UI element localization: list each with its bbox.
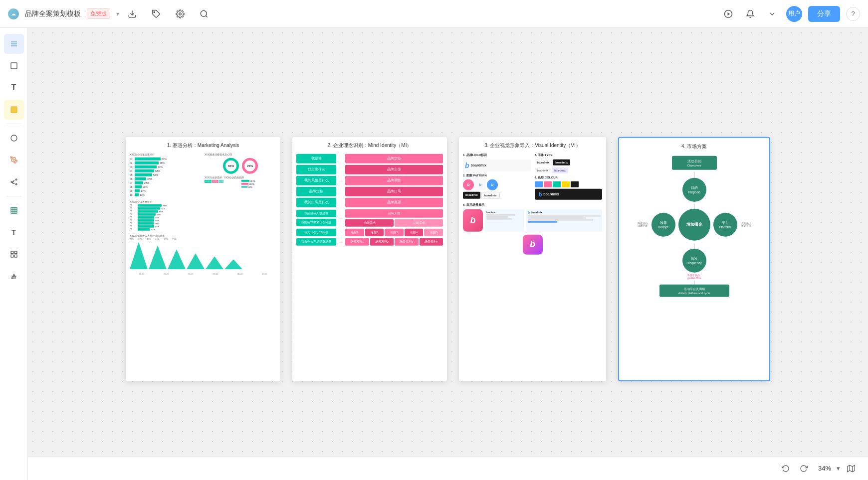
ms-exposure-label: 增加曝光 xyxy=(686,222,702,227)
svg-rect-15 xyxy=(11,207,17,213)
ms-bottom-label: 活动平台及周期 xyxy=(664,287,724,291)
add-shape-tool[interactable] xyxy=(4,266,24,286)
slide-1[interactable]: 1. 赛道分析：Marketing Analysis XXX行业流量因素排行 0… xyxy=(126,137,280,381)
table-tool[interactable] xyxy=(4,200,24,220)
ms-platform-sublabel: Platform xyxy=(719,225,731,228)
toolbar-left: ☁ 品牌全案策划模板 免费版 ▾ xyxy=(8,7,720,21)
slide-2-title: 2. 企业理念识别：Mind Identity（MI） xyxy=(292,137,447,152)
svg-rect-22 xyxy=(11,255,13,257)
text2-tool[interactable]: T xyxy=(4,222,24,242)
slide-3[interactable]: 3. 企业视觉形象导入：Visual Identity（VI） 1. 品牌LOG… xyxy=(459,137,606,381)
s1-rank-label: XXX行业流量因素排行 xyxy=(130,153,202,156)
chevron-down-icon[interactable] xyxy=(764,6,780,22)
svg-point-2 xyxy=(201,10,207,16)
text-tool[interactable]: T xyxy=(4,78,24,98)
svg-point-14 xyxy=(15,183,17,185)
sidebar-divider-1 xyxy=(6,124,21,124)
donut-2: 70% xyxy=(242,158,258,173)
user-avatar[interactable]: 用户 xyxy=(786,6,802,22)
download-icon[interactable] xyxy=(125,7,139,21)
zoom-dropdown-arrow[interactable]: ▾ xyxy=(837,465,840,472)
ms-objectives-label: 活动目的 xyxy=(678,159,711,163)
ms-right-label1: 及时推出整销节点 xyxy=(741,222,751,227)
sticky-note-tool[interactable] xyxy=(4,100,24,120)
ms-platform-label: 平台 xyxy=(722,220,729,225)
help-button[interactable]: ? xyxy=(846,7,860,21)
menu-tool[interactable] xyxy=(4,34,24,54)
ms-budget-label: 预算 xyxy=(660,220,667,225)
play-icon[interactable] xyxy=(720,6,736,22)
svg-rect-8 xyxy=(11,63,17,69)
tag-icon[interactable] xyxy=(149,7,163,21)
svg-marker-4 xyxy=(728,12,730,15)
slides-container: 1. 赛道分析：Marketing Analysis XXX行业流量因素排行 0… xyxy=(126,137,770,381)
slide-1-title: 1. 赛道分析：Marketing Analysis xyxy=(126,137,280,152)
connector-tool[interactable] xyxy=(4,172,24,192)
free-badge[interactable]: 免费版 xyxy=(87,8,110,19)
shape-tool[interactable] xyxy=(4,128,24,148)
map-icon[interactable] xyxy=(844,462,858,476)
slide-4-title: 4. 市场方案 xyxy=(619,138,769,153)
svg-point-0 xyxy=(154,11,155,12)
slide-4[interactable]: 4. 市场方案 活动目的 Objectives 目的 Purpose xyxy=(618,137,770,381)
ms-purpose-sublabel: Purpose xyxy=(688,190,700,193)
svg-rect-23 xyxy=(14,255,17,257)
bell-icon[interactable] xyxy=(742,6,758,22)
app-logo: ☁ xyxy=(8,8,19,19)
ms-frequency-sublabel: Frequency xyxy=(686,261,702,264)
ms-budget-sublabel: Budget xyxy=(658,225,668,228)
svg-point-11 xyxy=(13,159,14,160)
settings-icon[interactable] xyxy=(173,7,187,21)
redo-icon[interactable] xyxy=(797,462,811,476)
ms-bottom-sublabel: Activity platform and cycle xyxy=(664,291,724,294)
ms-objectives-sublabel: Objectives xyxy=(678,163,711,166)
svg-marker-26 xyxy=(848,465,855,472)
bottom-bar: 34% ▾ xyxy=(28,456,868,480)
title-dropdown[interactable]: ▾ xyxy=(116,10,119,17)
svg-point-10 xyxy=(11,135,17,141)
undo-icon[interactable] xyxy=(779,462,793,476)
ms-freq-note: 不低于竞品的40%-70% xyxy=(687,273,701,279)
sidebar-divider-2 xyxy=(6,196,21,196)
top-toolbar: ☁ 品牌全案策划模板 免费版 ▾ 用户 xyxy=(0,0,868,28)
svg-point-12 xyxy=(11,181,12,183)
svg-rect-9 xyxy=(11,107,17,113)
svg-point-13 xyxy=(15,179,17,180)
canvas-area[interactable]: 1. 赛道分析：Marketing Analysis XXX行业流量因素排行 0… xyxy=(28,28,868,480)
svg-point-1 xyxy=(179,12,182,15)
slide-3-title: 3. 企业视觉形象导入：Visual Identity（VI） xyxy=(459,137,606,152)
doc-title: 品牌全案策划模板 xyxy=(25,9,81,18)
search-icon[interactable] xyxy=(197,7,211,21)
ms-frequency-label: 频次 xyxy=(691,256,698,261)
left-sidebar: T T xyxy=(0,28,28,480)
toolbar-right: 用户 分享 ? xyxy=(720,6,860,22)
donut-1: 60% xyxy=(223,158,239,173)
ms-purpose-label: 目的 xyxy=(691,185,698,190)
frame-tool[interactable] xyxy=(4,56,24,76)
toolbar-icons xyxy=(125,7,211,21)
pen-tool[interactable] xyxy=(4,150,24,170)
svg-rect-21 xyxy=(14,251,17,254)
template-tool[interactable] xyxy=(4,244,24,264)
slide-2[interactable]: 2. 企业理念识别：Mind Identity（MI） 我是谁 我主张什么 我的… xyxy=(292,137,447,381)
svg-rect-20 xyxy=(11,251,13,254)
zoom-control: 34% ▾ xyxy=(815,465,840,472)
ms-left-label1: 降低活动成本中率 xyxy=(638,222,648,227)
zoom-value: 34% xyxy=(815,465,835,472)
share-button[interactable]: 分享 xyxy=(808,6,840,22)
